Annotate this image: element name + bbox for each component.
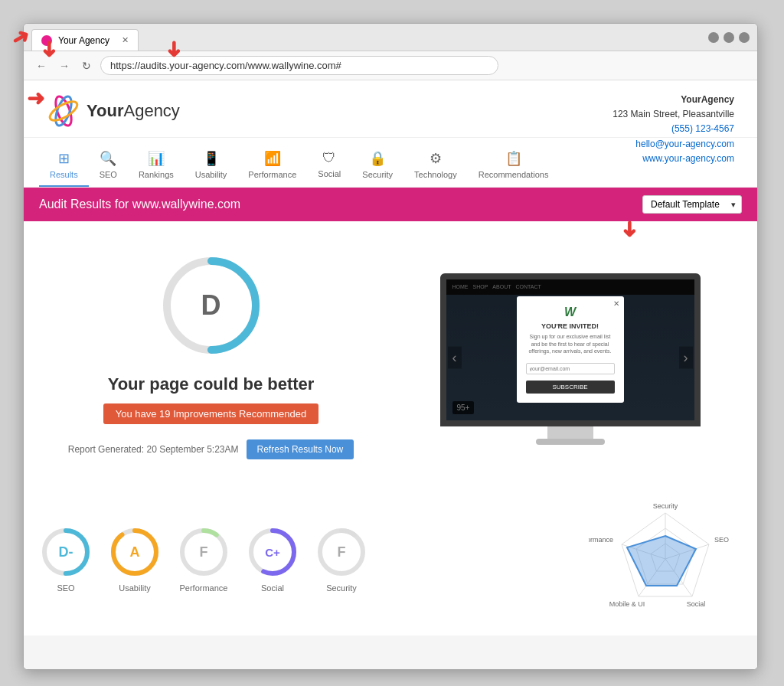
svg-text:Social: Social xyxy=(687,600,706,608)
performance-grade: F xyxy=(200,544,208,560)
security-icon: 🔒 xyxy=(369,150,386,167)
back-button[interactable]: ← xyxy=(33,58,50,74)
maximize-button[interactable] xyxy=(724,32,734,43)
score-item-security: F Security xyxy=(315,525,368,593)
agency-logo-icon xyxy=(47,94,80,128)
technology-icon: ⚙ xyxy=(430,150,442,167)
url-input[interactable] xyxy=(100,56,498,75)
scores-row: D- SEO A Usability xyxy=(24,490,757,635)
improvements-badge: You have 19 Improvements Recommended xyxy=(103,403,319,424)
tab-performance[interactable]: 📶 Performance xyxy=(237,145,307,187)
tab-close-button[interactable]: ✕ xyxy=(122,35,129,45)
arrow-tab: ➜ xyxy=(38,41,60,58)
monitor-stand xyxy=(547,426,593,439)
report-info: Report Generated: 20 September 5:23AM Re… xyxy=(68,439,354,459)
usability-icon: 📱 xyxy=(203,150,220,167)
forward-button[interactable]: → xyxy=(56,58,73,74)
tab-seo[interactable]: 🔍 SEO xyxy=(89,145,128,187)
audit-header-bar: Audit Results for www.wallywine.com Defa… xyxy=(24,188,757,221)
tab-recommendations[interactable]: 📋 Recommendations xyxy=(468,145,560,187)
template-select[interactable]: Default Template Custom Template xyxy=(642,195,742,214)
radar-section: Security SEO Social Mobile & UI Performa… xyxy=(589,498,742,620)
radar-chart: Security SEO Social Mobile & UI Performa… xyxy=(589,498,742,620)
screenshot-section: HOME SHOP ABOUT CONTACT The FinestSelect… xyxy=(398,237,742,475)
svg-text:Security: Security xyxy=(653,502,678,510)
score-grade: D xyxy=(201,289,221,322)
svg-marker-24 xyxy=(627,536,696,586)
recommendations-icon: 📋 xyxy=(505,150,522,167)
security-grade: F xyxy=(338,544,346,560)
arrow-logo: ➜ xyxy=(27,88,44,109)
tab-security[interactable]: 🔒 Security xyxy=(351,145,403,187)
tab-rankings[interactable]: 📊 Rankings xyxy=(128,145,185,187)
agency-website: www.your-agency.com xyxy=(612,152,734,166)
rankings-icon: 📊 xyxy=(148,150,165,167)
tab-title: Your Agency xyxy=(58,35,109,46)
score-section: D Your page could be better You have 19 … xyxy=(39,237,383,475)
monitor-screen: HOME SHOP ABOUT CONTACT The FinestSelect… xyxy=(440,273,701,426)
audit-area: Audit Results for www.wallywine.com Defa… xyxy=(24,188,757,669)
template-wrapper: Default Template Custom Template xyxy=(642,195,742,214)
agency-address: 123 Main Street, Pleasantville xyxy=(612,107,734,122)
social-grade: C+ xyxy=(265,546,280,559)
usability-grade: A xyxy=(130,544,140,560)
tab-social[interactable]: 🛡 Social xyxy=(307,145,351,187)
title-bar: Your Agency ✕ xyxy=(24,24,757,51)
popup-subscribe-button[interactable]: SUBSCRIBE xyxy=(526,381,615,394)
mini-circle-social: C+ xyxy=(246,525,299,579)
performance-label: Performance xyxy=(180,583,228,593)
social-label: Social xyxy=(261,583,284,593)
score-item-performance: F Performance xyxy=(177,525,230,593)
agency-name: YourAgency xyxy=(612,93,734,107)
agency-phone: (555) 123-4567 xyxy=(612,122,734,136)
agency-contact: YourAgency 123 Main Street, Pleasantvill… xyxy=(612,93,734,166)
seo-icon: 🔍 xyxy=(100,150,116,167)
close-button[interactable] xyxy=(739,32,750,43)
arrow-new-tab: ➜ xyxy=(163,41,185,58)
popup-title: YOU'RE INVITED! xyxy=(526,322,615,330)
seo-label: SEO xyxy=(57,583,74,593)
svg-point-3 xyxy=(47,98,80,124)
popup-overlay: ✕ W YOU'RE INVITED! Sign up for our excl… xyxy=(446,279,694,420)
score-item-seo: D- SEO xyxy=(39,525,93,593)
logo-text: YourAgency xyxy=(87,101,180,121)
popup-box: ✕ W YOU'RE INVITED! Sign up for our excl… xyxy=(517,296,624,403)
site-preview: HOME SHOP ABOUT CONTACT The FinestSelect… xyxy=(446,279,694,420)
score-headline: Your page could be better xyxy=(108,374,315,394)
svg-text:Mobile & UI: Mobile & UI xyxy=(609,600,645,608)
score-item-usability: A Usability xyxy=(108,525,162,593)
tab-strip: Your Agency ✕ xyxy=(31,24,701,51)
popup-body: Sign up for our exclusive email list and… xyxy=(526,333,615,355)
refresh-results-button[interactable]: Refresh Results Now xyxy=(247,439,354,459)
browser-window: Your Agency ✕ ← → ↻ Your xyxy=(23,23,758,670)
mini-circle-seo: D- xyxy=(39,525,93,579)
monitor-frame: HOME SHOP ABOUT CONTACT The FinestSelect… xyxy=(440,273,701,439)
score-items: D- SEO A Usability xyxy=(39,525,368,593)
results-icon: ⊞ xyxy=(58,150,70,167)
popup-close-button[interactable]: ✕ xyxy=(613,299,619,308)
tab-usability[interactable]: 📱 Usability xyxy=(185,145,238,187)
agency-header: YourAgency YourAgency 123 Main Street, P… xyxy=(24,80,757,138)
audit-body: D Your page could be better You have 19 … xyxy=(24,221,757,490)
security-label: Security xyxy=(326,583,357,593)
mini-circle-performance: F xyxy=(177,525,230,579)
address-bar: ← → ↻ xyxy=(24,51,757,80)
popup-email-input[interactable] xyxy=(526,363,615,374)
mini-circle-security: F xyxy=(315,525,368,579)
report-date: Report Generated: 20 September 5:23AM xyxy=(68,444,239,455)
agency-logo: YourAgency xyxy=(47,94,180,128)
tab-technology[interactable]: ⚙ Technology xyxy=(403,145,468,187)
window-controls xyxy=(708,32,750,43)
performance-icon: 📶 xyxy=(264,150,281,167)
page-content: YourAgency YourAgency 123 Main Street, P… xyxy=(24,80,757,669)
seo-grade: D- xyxy=(59,544,74,560)
usability-label: Usability xyxy=(119,583,151,593)
minimize-button[interactable] xyxy=(708,32,719,43)
svg-text:Performance: Performance xyxy=(589,536,613,544)
tab-results[interactable]: ⊞ Results xyxy=(39,145,89,187)
popup-logo: W xyxy=(526,305,615,319)
agency-email: hello@your-agency.com xyxy=(612,137,734,152)
refresh-nav-button[interactable]: ↻ xyxy=(79,58,94,74)
score-circle: D xyxy=(158,252,265,359)
arrow-template: ➜ xyxy=(619,220,640,238)
